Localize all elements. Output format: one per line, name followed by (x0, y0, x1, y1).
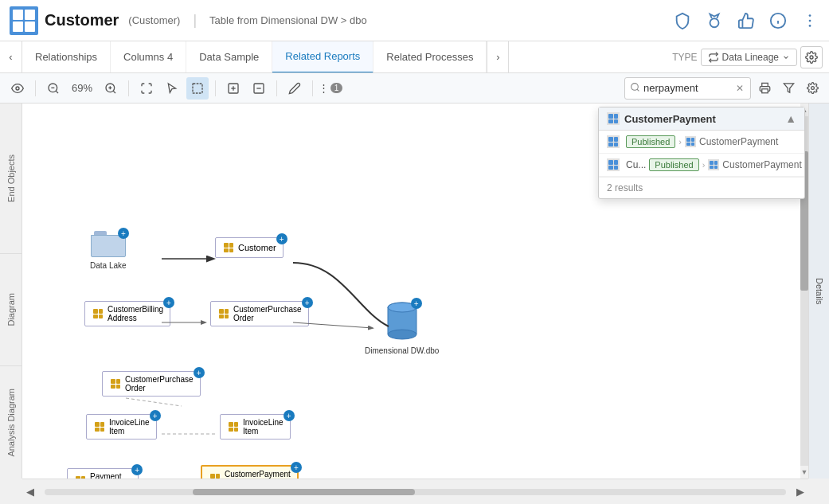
node-plus-icon[interactable]: + (284, 410, 295, 421)
node-po-bot-text: CustomerPurchaseOrder (125, 375, 194, 393)
node-plus-icon[interactable]: + (291, 462, 302, 473)
left-panel: End Objects Diagram Analysis Diagram (0, 104, 22, 479)
node-po-bot-box[interactable]: CustomerPurchaseOrder + (102, 371, 201, 397)
tab-columns[interactable]: Columns 4 (111, 41, 186, 73)
node-plus-icon[interactable]: + (411, 298, 422, 309)
toolbar-separator-3 (215, 80, 216, 96)
node-customer-po-top[interactable]: CustomerPurchaseOrder + (210, 301, 309, 326)
node-cpa-box[interactable]: CustomerPaymentAssignment + (201, 465, 299, 479)
table-icon (222, 241, 235, 254)
diagram-toolbar: 69% ⋮ 1 ✕ (0, 73, 829, 104)
result-1-path: Published › CustomerPayment (626, 135, 778, 148)
print-icon[interactable] (754, 78, 775, 99)
svg-point-22 (632, 83, 639, 90)
svg-point-26 (811, 87, 814, 90)
header: Customer (Customer) | Table from Dimensi… (0, 0, 829, 41)
shield-icon[interactable] (673, 11, 692, 30)
dropdown-table-icon (607, 112, 620, 125)
cursor-icon[interactable] (161, 77, 183, 100)
node-plus-icon[interactable]: + (150, 410, 161, 421)
node-po-top-box[interactable]: CustomerPurchaseOrder + (210, 301, 309, 326)
result-1-name: CustomerPayment (699, 136, 778, 147)
remove-icon[interactable] (248, 77, 270, 100)
node-po-top-text: CustomerPurchaseOrder (233, 305, 302, 322)
tab-more-button[interactable]: › (487, 41, 509, 73)
dropdown-scroll-icon[interactable]: ▲ (785, 112, 796, 125)
results-count: 2 results (607, 182, 643, 193)
node-billing-box[interactable]: CustomerBillingAddress + (84, 301, 170, 326)
search-clear-icon[interactable]: ✕ (734, 83, 745, 94)
scroll-right-button[interactable]: ▶ (792, 484, 808, 500)
detail-label: Details (815, 278, 824, 305)
left-label-end-objects[interactable]: End Objects (0, 104, 22, 253)
add-icon[interactable] (222, 77, 244, 100)
info-icon[interactable] (768, 11, 788, 30)
svg-line-13 (113, 91, 115, 93)
scroll-left-button[interactable]: ◀ (22, 484, 38, 500)
node-plus-icon[interactable]: + (276, 233, 287, 244)
tab-related-processes[interactable]: Related Processes (373, 41, 487, 73)
node-plus-icon[interactable]: + (302, 297, 313, 308)
search-settings-icon[interactable] (802, 78, 823, 99)
toolbar-separator-5 (312, 80, 313, 96)
node-cpa[interactable]: CustomerPaymentAssignment + (201, 465, 299, 479)
node-invoice-right[interactable]: InvoiceLineItem + (220, 414, 291, 440)
zoom-level: 69% (68, 82, 96, 94)
result-2-table-icon (607, 158, 620, 171)
node-plus-icon[interactable]: + (163, 297, 174, 308)
node-plus-icon[interactable]: + (194, 367, 205, 378)
horizontal-scroll-track[interactable] (45, 489, 786, 495)
type-label: TYPE (672, 52, 697, 63)
svg-rect-16 (193, 84, 202, 93)
node-customer[interactable]: Customer + (215, 237, 284, 258)
node-plus-icon[interactable]: + (118, 228, 129, 239)
search-result-1[interactable]: Published › CustomerPayment (599, 131, 804, 154)
more-options-icon[interactable] (800, 11, 819, 30)
right-detail-panel[interactable]: Details (808, 104, 829, 479)
svg-point-4 (809, 14, 811, 17)
result-2-sub-icon (708, 159, 719, 170)
tab-prev-button[interactable]: ‹ (0, 41, 22, 73)
zoom-out-icon[interactable] (42, 77, 65, 100)
pencil-icon[interactable] (284, 77, 306, 100)
lineage-type-button[interactable]: Data Lineage (701, 49, 797, 66)
node-invoice-left-text: InvoiceLineItem (109, 418, 150, 436)
tab-related-reports[interactable]: Related Reports (272, 41, 373, 73)
end-objects-label: End Objects (3, 148, 19, 209)
node-dimensional-dw[interactable]: + Dimensional DW.dbo (365, 301, 439, 355)
tab-settings-button[interactable] (800, 46, 823, 68)
eye-icon[interactable] (6, 77, 29, 100)
node-invoice-right-box[interactable]: InvoiceLineItem + (220, 414, 291, 440)
tab-datasample[interactable]: Data Sample (186, 41, 272, 73)
table-icon (92, 307, 104, 320)
scroll-down-button[interactable]: ▼ (800, 466, 808, 479)
fit-view-icon[interactable] (135, 77, 158, 100)
zoom-in-icon[interactable] (100, 77, 122, 100)
node-invoice-left[interactable]: InvoiceLineItem + (86, 414, 157, 440)
filter-icon[interactable] (778, 78, 799, 99)
svg-point-6 (809, 25, 811, 27)
select-icon[interactable] (186, 77, 209, 100)
page-subtitle: (Customer) (128, 14, 180, 26)
svg-point-5 (809, 19, 811, 21)
node-plus-icon[interactable]: + (131, 464, 143, 475)
search-input[interactable] (643, 82, 731, 94)
tab-relationships[interactable]: Relationships (22, 41, 111, 73)
header-separator: | (193, 12, 197, 29)
header-actions (673, 11, 819, 30)
node-payment-assignment[interactable]: PaymentAssignment + (67, 468, 139, 479)
medal-icon[interactable] (705, 11, 724, 30)
left-label-analysis[interactable]: Analysis Diagram (0, 365, 22, 479)
node-pa-box[interactable]: PaymentAssignment + (67, 468, 139, 479)
node-customer-box[interactable]: Customer + (215, 237, 284, 258)
tab-right-controls: TYPE Data Lineage (672, 46, 829, 68)
node-data-lake[interactable]: + Data Lake (90, 231, 127, 270)
more-tools-icon[interactable]: ⋮ 1 (319, 77, 342, 100)
search-result-2[interactable]: Cu... Published › CustomerPayment (599, 154, 804, 177)
left-label-diagram[interactable]: Diagram (0, 253, 22, 366)
node-customer-po-bot[interactable]: CustomerPurchaseOrder + (102, 371, 201, 397)
horizontal-scroll-thumb[interactable] (193, 489, 415, 495)
node-customer-billing[interactable]: CustomerBillingAddress + (84, 301, 170, 326)
node-invoice-left-box[interactable]: InvoiceLineItem + (86, 414, 157, 440)
thumb-up-icon[interactable] (737, 11, 756, 30)
